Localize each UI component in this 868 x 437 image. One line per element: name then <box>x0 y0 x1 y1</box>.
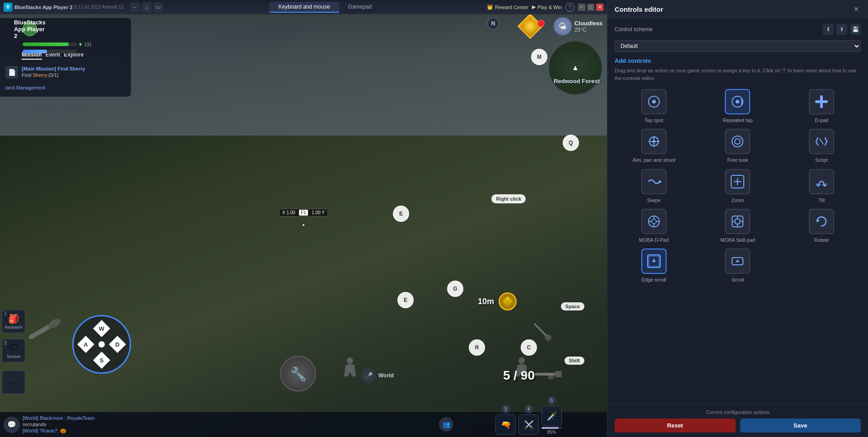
survive-slot[interactable]: 2 🛡 Survive <box>2 339 25 362</box>
backpack-slot[interactable]: 1 🎒 Backpack <box>2 310 25 333</box>
dpad-left[interactable]: A <box>77 336 94 353</box>
minimap-circle: ▲ <box>548 41 602 95</box>
location-badge: Redwood Forest <box>554 77 600 85</box>
editor-close-button[interactable]: ✕ <box>852 5 861 14</box>
slot-item-3[interactable]: 3 🔫 <box>495 404 516 435</box>
control-zoom[interactable]: Zoom <box>699 169 777 203</box>
swipe-icon <box>641 169 667 194</box>
bottom-slots: 3 🔫 4 ⚔️ 5 🗡️ 85% <box>495 396 562 435</box>
svg-rect-41 <box>658 255 660 268</box>
svg-marker-22 <box>659 180 661 183</box>
save-button[interactable]: Save <box>740 418 861 432</box>
control-swipe[interactable]: Swipe <box>615 169 693 203</box>
e-action-button-1[interactable]: E <box>393 206 409 222</box>
crosshair-dot <box>302 223 305 227</box>
slot-box-4[interactable]: ⚔️ <box>518 414 539 435</box>
voice-area: 🎤 World <box>361 368 394 383</box>
menu-icon[interactable]: ··· <box>2 371 25 394</box>
person-silhouette-2 <box>515 356 528 381</box>
m-action-button[interactable]: M <box>531 49 547 65</box>
mission-title: [Main Mission] Find Sherry <box>22 66 85 71</box>
health-bars: + 131 <box>23 41 127 53</box>
dpad-right[interactable]: D <box>109 336 126 353</box>
control-repeated-tap[interactable]: Repeated tap <box>699 89 777 123</box>
diamond-inner <box>521 17 539 35</box>
minimize-button[interactable]: − <box>578 4 585 11</box>
slot-number-4: 4 <box>524 404 533 414</box>
scheme-upload-button[interactable]: ⬆ <box>836 24 847 35</box>
svg-point-20 <box>735 139 740 144</box>
scheme-save-button[interactable]: 💾 <box>850 24 861 35</box>
reward-label: Reward Center <box>495 5 528 10</box>
svg-rect-43 <box>648 266 660 268</box>
menu-slot[interactable]: ··· <box>2 371 25 394</box>
backpack-icon-symbol: 🎒 <box>8 313 19 324</box>
group-icon[interactable]: 👥 <box>439 417 453 432</box>
keyboard-mouse-tab[interactable]: Keyboard and mouse <box>270 2 339 13</box>
r-action-button[interactable]: R <box>469 339 485 356</box>
slot-box-5[interactable]: 🗡️ <box>541 406 562 426</box>
dpad-up[interactable]: W <box>93 320 110 337</box>
backpack-icon[interactable]: 1 🎒 Backpack <box>2 310 25 333</box>
action-wheel[interactable]: 🔧 <box>280 356 316 392</box>
back-button[interactable]: ← <box>130 2 140 12</box>
survive-icon[interactable]: 2 🛡 Survive <box>2 339 25 362</box>
svg-rect-42 <box>648 255 660 257</box>
home-button[interactable]: ⌂ <box>142 2 152 12</box>
editor-body: Control scheme ⬇ ⬆ 💾 Default Add control… <box>607 19 868 404</box>
scheme-select[interactable]: Default <box>615 40 861 52</box>
scheme-download-button[interactable]: ⬇ <box>823 24 834 35</box>
dpad-container[interactable]: W S A D <box>72 315 131 374</box>
editor-header: Controls editor ✕ <box>607 0 868 19</box>
slot-item-5[interactable]: 5 🗡️ 85% <box>541 396 562 435</box>
shield-bar <box>23 50 77 53</box>
diamond-marker-area <box>521 17 539 35</box>
e-action-button-2[interactable]: E <box>397 292 414 308</box>
info-button[interactable]: ? <box>565 3 574 12</box>
svg-rect-4 <box>548 376 554 379</box>
shift-indicator[interactable]: Shift <box>565 357 584 365</box>
play-win-button[interactable]: ▶ Play & Win <box>532 4 562 10</box>
control-rotate[interactable]: Rotate <box>782 209 861 243</box>
app-version: 5.11.42.1023 Android 11 <box>75 5 124 9</box>
backpack-label: Backpack <box>5 325 22 329</box>
top-bar-center: Keyboard and mouse Gamepad <box>163 2 487 13</box>
slot-item-4[interactable]: 4 ⚔️ <box>518 404 539 435</box>
control-moba-d-pad[interactable]: MOBA D-Pad <box>615 209 693 243</box>
dpad[interactable]: W S A D <box>72 315 131 374</box>
reward-center-button[interactable]: 👑 Reward Center <box>487 4 528 10</box>
control-d-pad[interactable]: D-pad <box>782 89 861 123</box>
control-edge-scroll[interactable]: Edge scroll <box>615 249 693 283</box>
slot-bar-fill-5 <box>541 427 559 429</box>
control-aim-pan[interactable]: Aim, pan and shoot <box>615 129 693 163</box>
minimap-arrow-icon: ▲ <box>572 64 579 72</box>
gamepad-tab[interactable]: Gamepad <box>339 2 381 13</box>
q-action-button[interactable]: Q <box>563 135 579 151</box>
control-script[interactable]: Script <box>782 129 861 163</box>
chat-icon[interactable]: 💬 <box>4 417 20 433</box>
control-free-look[interactable]: Free look <box>699 129 777 163</box>
health-fill <box>23 42 69 46</box>
control-tap-spot[interactable]: Tap spot <box>615 89 693 123</box>
control-moba-skill-pad[interactable]: MOBA Skill pad <box>699 209 777 243</box>
editor-footer: Current configuration actions Reset Save <box>607 404 868 437</box>
slot-box-3[interactable]: 🔫 <box>495 414 516 435</box>
close-button[interactable]: ✕ <box>596 4 603 11</box>
slot-number-3: 3 <box>501 404 510 414</box>
script-label: Script <box>815 157 828 163</box>
recent-button[interactable]: ▭ <box>154 2 163 12</box>
space-indicator[interactable]: Space <box>561 302 584 310</box>
dpad-down[interactable]: S <box>93 352 110 369</box>
control-tilt[interactable]: Tilt <box>782 169 861 203</box>
moba-d-pad-label: MOBA D-Pad <box>639 237 669 243</box>
maximize-button[interactable]: □ <box>587 4 594 11</box>
c-action-button[interactable]: C <box>521 339 537 356</box>
right-click-indicator[interactable]: Right click <box>491 194 526 203</box>
control-scroll[interactable]: Scroll <box>699 249 777 283</box>
mission-text: [Main Mission] Find Sherry Find Sherry.(… <box>22 66 85 78</box>
reset-button[interactable]: Reset <box>615 418 736 432</box>
svg-marker-46 <box>736 259 739 262</box>
minimap: ▲ <box>548 41 602 95</box>
g-action-button[interactable]: G <box>447 281 463 297</box>
tilt-label: Tilt <box>818 197 825 203</box>
